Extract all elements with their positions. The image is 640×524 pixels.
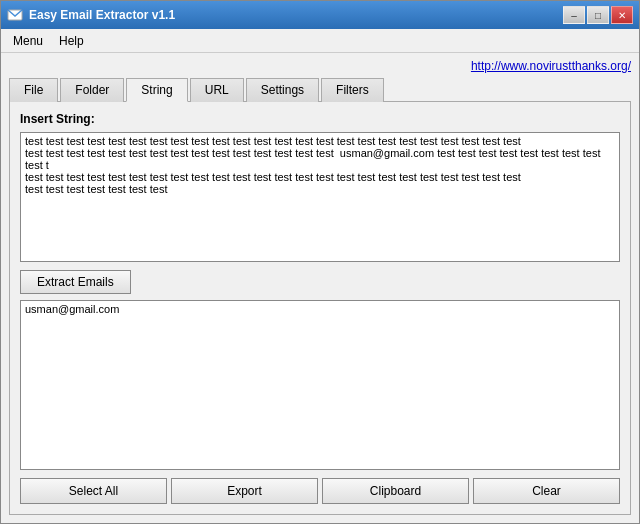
menu-bar: Menu Help [1,29,639,53]
bottom-button-row: Select All Export Clipboard Clear [20,478,620,504]
tab-folder[interactable]: Folder [60,78,124,102]
export-button[interactable]: Export [171,478,318,504]
tab-bar: File Folder String URL Settings Filters [9,77,631,102]
tab-string[interactable]: String [126,78,187,102]
content-area: http://www.novirustthanks.org/ File Fold… [1,53,639,523]
window-controls: – □ ✕ [563,6,633,24]
close-button[interactable]: ✕ [611,6,633,24]
minimize-button[interactable]: – [563,6,585,24]
output-textarea[interactable]: usman@gmail.com [20,300,620,470]
maximize-button[interactable]: □ [587,6,609,24]
tab-filters[interactable]: Filters [321,78,384,102]
clipboard-button[interactable]: Clipboard [322,478,469,504]
tab-panel-string: Insert String: test test test test test … [9,102,631,515]
menu-item-help[interactable]: Help [51,32,92,50]
clear-button[interactable]: Clear [473,478,620,504]
input-textarea[interactable]: test test test test test test test test … [20,132,620,262]
extract-emails-button[interactable]: Extract Emails [20,270,131,294]
tab-settings[interactable]: Settings [246,78,319,102]
tab-url[interactable]: URL [190,78,244,102]
app-icon [7,7,23,23]
select-all-button[interactable]: Select All [20,478,167,504]
title-bar: Easy Email Extractor v1.1 – □ ✕ [1,1,639,29]
menu-item-menu[interactable]: Menu [5,32,51,50]
url-row: http://www.novirustthanks.org/ [9,57,631,77]
website-link[interactable]: http://www.novirustthanks.org/ [471,59,631,73]
insert-string-label: Insert String: [20,112,620,126]
main-window: Easy Email Extractor v1.1 – □ ✕ Menu Hel… [0,0,640,524]
window-title: Easy Email Extractor v1.1 [29,8,563,22]
tab-file[interactable]: File [9,78,58,102]
